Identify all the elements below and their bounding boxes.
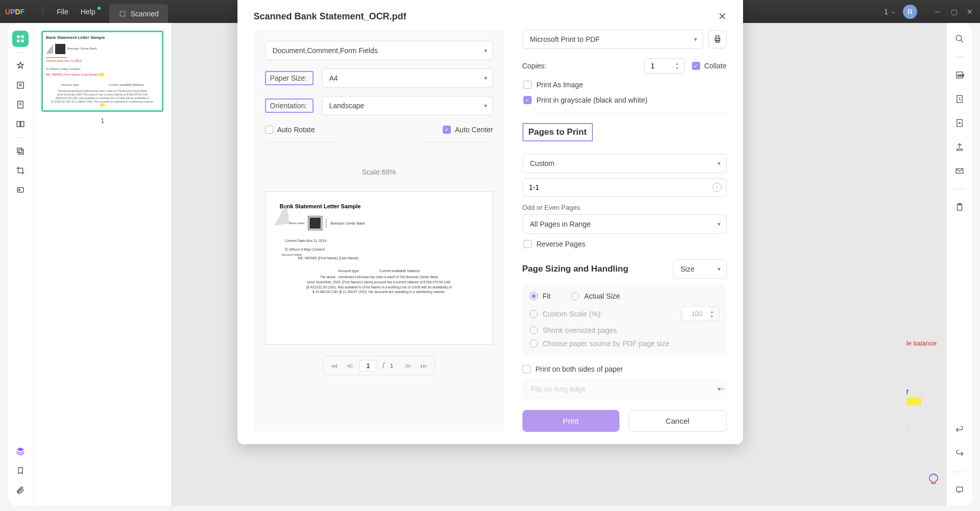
sizing-mode-select[interactable]: Size bbox=[673, 259, 727, 279]
auto-center-checkbox[interactable]: ✓Auto Center bbox=[443, 126, 493, 134]
pager-total: 1 bbox=[390, 362, 399, 370]
decorative-triangle bbox=[271, 203, 289, 226]
printer-properties-button[interactable] bbox=[708, 30, 727, 48]
printer-icon bbox=[713, 35, 722, 44]
custom-scale-input[interactable] bbox=[683, 307, 711, 321]
svg-rect-28 bbox=[716, 36, 719, 38]
print-dialog: Scanned Bank Statement_OCR.pdf ✕ Documen… bbox=[237, 0, 743, 444]
page-range-input[interactable] bbox=[522, 178, 727, 197]
choose-source-radio[interactable]: Choose paper source by PDF page size bbox=[530, 339, 720, 348]
pager-last-button[interactable]: ⏭ bbox=[417, 359, 429, 372]
paper-size-select[interactable]: A4 bbox=[322, 68, 493, 88]
orientation-label: Orientation: bbox=[265, 99, 314, 113]
orientation-select[interactable]: Landscape bbox=[322, 96, 493, 115]
scale-text: Scale:68% bbox=[265, 168, 493, 176]
print-dialog-overlay: Scanned Bank Statement_OCR.pdf ✕ Documen… bbox=[0, 0, 980, 511]
collate-checkbox[interactable]: ✓Collate bbox=[692, 62, 727, 70]
paper-size-label: Paper Size: bbox=[265, 71, 314, 85]
actual-size-radio[interactable]: Actual Size bbox=[571, 292, 620, 300]
fit-radio[interactable]: Fit bbox=[530, 292, 551, 300]
copies-up[interactable]: ▴ bbox=[676, 61, 682, 66]
flip-select[interactable]: Flip on long edge bbox=[522, 379, 727, 399]
print-options-panel: Microsoft Print to PDF Copies: ▴▾ ✓Colla… bbox=[522, 30, 727, 432]
print-preview-panel: Document,Comment,Form Fields Paper Size:… bbox=[254, 30, 505, 432]
custom-scale-radio[interactable]: Custom Scale (%): bbox=[530, 310, 603, 318]
range-info-icon[interactable]: i bbox=[712, 183, 722, 192]
grayscale-checkbox[interactable]: ✓Print in grayscale (black and white) bbox=[522, 96, 727, 104]
pager-next-button[interactable]: ≫ bbox=[402, 359, 414, 372]
pager-first-button[interactable]: ⏮ bbox=[328, 359, 341, 372]
pager-page-input[interactable] bbox=[359, 360, 377, 372]
content-select[interactable]: Document,Comment,Form Fields bbox=[265, 41, 493, 60]
cancel-button[interactable]: Cancel bbox=[629, 410, 727, 432]
shrink-radio[interactable]: Shrink oversized pages bbox=[530, 326, 720, 334]
odd-even-select[interactable]: All Pages in Range bbox=[522, 214, 727, 234]
print-preview: Bank Statement Letter Sample Bank Letter… bbox=[265, 191, 493, 345]
pager-prev-button[interactable]: ≪ bbox=[344, 359, 356, 372]
duplex-checkbox[interactable]: Print on both sides of paper bbox=[522, 365, 727, 373]
auto-rotate-checkbox[interactable]: Auto Rotate bbox=[265, 126, 315, 134]
preview-pager: ⏮ ≪ / 1 ≫ ⏭ bbox=[323, 356, 435, 375]
printer-select[interactable]: Microsoft Print to PDF bbox=[522, 30, 703, 49]
copies-down[interactable]: ▾ bbox=[676, 66, 682, 70]
pages-to-print-title: Pages to Print bbox=[522, 123, 593, 141]
sizing-radio-group: Fit Actual Size Custom Scale (%): ▴▾ Shr… bbox=[522, 285, 727, 356]
bank-logo-icon bbox=[308, 216, 322, 230]
sizing-title: Page Sizing and Handling bbox=[522, 264, 629, 274]
dialog-title: Scanned Bank Statement_OCR.pdf bbox=[254, 11, 407, 22]
close-dialog-button[interactable]: ✕ bbox=[718, 10, 727, 22]
page-range-mode-select[interactable]: Custom bbox=[522, 154, 727, 173]
print-as-image-checkbox[interactable]: Print As Image bbox=[522, 81, 727, 89]
copies-label: Copies: bbox=[522, 62, 546, 70]
print-button[interactable]: Print bbox=[522, 410, 619, 432]
reverse-pages-checkbox[interactable]: Reverse Pages bbox=[522, 240, 727, 248]
copies-input[interactable] bbox=[647, 59, 676, 73]
odd-even-label: Odd or Even Pages bbox=[522, 204, 727, 211]
